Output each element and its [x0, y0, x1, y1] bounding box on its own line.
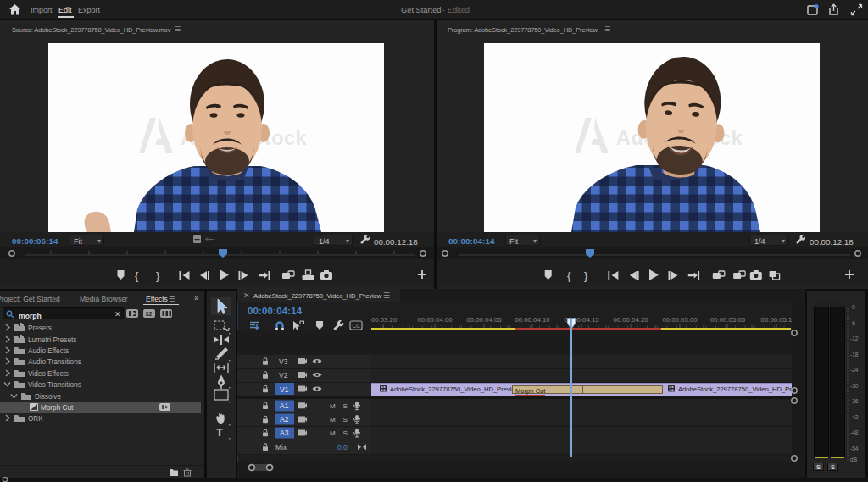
svg-text:T: T — [216, 426, 223, 439]
svg-text:AdobeStock_229778750_Video_HD_: AdobeStock_229778750_Video_HD_Preview.m — [678, 385, 792, 393]
svg-text::00:03:20: :00:03:20 — [371, 316, 398, 324]
svg-text:ORK: ORK — [28, 415, 43, 423]
svg-text:00:00:05:1: 00:00:05:1 — [761, 316, 793, 324]
svg-text:0.0: 0.0 — [337, 443, 348, 452]
svg-text:0: 0 — [852, 304, 855, 310]
svg-text:-30: -30 — [850, 383, 859, 389]
svg-text:00:00:05:00: 00:00:05:00 — [662, 316, 698, 324]
svg-text:00:00:04:10: 00:00:04:10 — [515, 316, 550, 324]
svg-text:AdobeStock_229778750_Video_HD_: AdobeStock_229778750_Video_HD_Preview.mo — [390, 385, 530, 393]
svg-text:Presets: Presets — [28, 324, 52, 332]
svg-text:M: M — [330, 402, 336, 410]
svg-text:S: S — [343, 416, 348, 424]
svg-text:-24: -24 — [850, 367, 859, 373]
svg-text:00:00:05:05: 00:00:05:05 — [710, 316, 746, 324]
svg-text:-12: -12 — [850, 335, 859, 341]
svg-text:-36: -36 — [850, 398, 859, 404]
svg-text:Video Transitions: Video Transitions — [28, 381, 81, 389]
svg-text:-54: -54 — [850, 446, 859, 452]
svg-text:Audio Transitions: Audio Transitions — [28, 358, 81, 366]
svg-text:00:00:04:00: 00:00:04:00 — [417, 316, 453, 324]
svg-text:00:00:04:20: 00:00:04:20 — [613, 316, 648, 324]
svg-text:M: M — [330, 429, 336, 437]
svg-text:32: 32 — [146, 311, 153, 317]
svg-text:Video Effects: Video Effects — [28, 370, 69, 378]
svg-text:-48: -48 — [850, 429, 859, 435]
svg-text:A2: A2 — [280, 415, 289, 424]
svg-text:V1: V1 — [280, 385, 289, 394]
svg-text:Dissolve: Dissolve — [35, 393, 61, 401]
svg-text:A3: A3 — [280, 429, 289, 437]
svg-text:00:00:04:05: 00:00:04:05 — [466, 316, 502, 324]
svg-text:-18: -18 — [850, 352, 859, 357]
svg-text:}: } — [584, 269, 588, 282]
svg-text:CC: CC — [353, 323, 361, 329]
svg-text:S: S — [343, 429, 348, 437]
svg-text:-42: -42 — [850, 414, 859, 420]
svg-text:A1: A1 — [280, 402, 289, 410]
svg-text:Lumetri Presets: Lumetri Presets — [28, 336, 76, 344]
svg-text:S: S — [343, 402, 348, 410]
svg-text:M: M — [330, 416, 336, 424]
svg-text:Morph Cut: Morph Cut — [41, 403, 74, 411]
svg-text:V2: V2 — [279, 371, 288, 380]
svg-text:V3: V3 — [279, 357, 288, 366]
svg-text:{: { — [567, 269, 571, 282]
svg-text:dB: dB — [850, 457, 858, 463]
svg-text:Mix: Mix — [275, 443, 287, 452]
svg-text:Audio Effects: Audio Effects — [28, 347, 69, 355]
svg-text:-6: -6 — [850, 320, 855, 326]
svg-text:{: { — [135, 269, 139, 282]
svg-text:}: } — [156, 269, 160, 282]
